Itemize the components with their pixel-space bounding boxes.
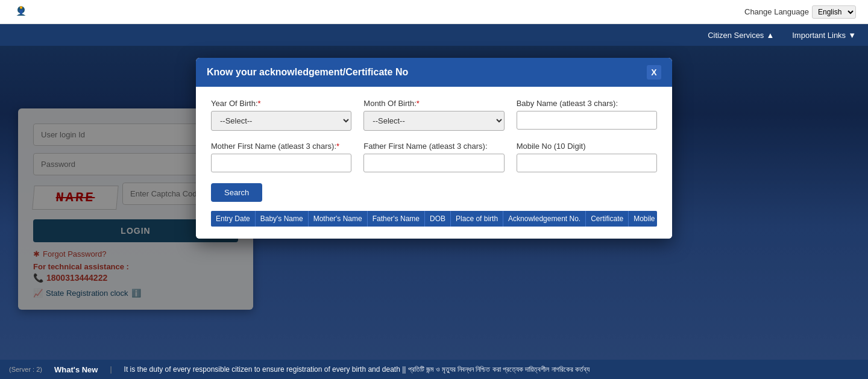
year-of-birth-group: Year Of Birth:* --Select-- (211, 99, 351, 131)
change-language-label: Change Language (744, 7, 809, 16)
navigation-bar: Citizen Services ▲ Important Links ▼ (0, 24, 868, 46)
search-button[interactable]: Search (211, 183, 262, 202)
mobile-no-input[interactable] (517, 154, 657, 172)
modal-overlay: Know your acknowledgement/Certificate No… (0, 46, 868, 360)
baby-name-label: Baby Name (atleast 3 chars): (517, 99, 657, 108)
chevron-down-icon: ▲ (766, 31, 774, 40)
th-acknowledgement: Acknowledgement No. (503, 211, 586, 227)
th-certificate: Certificate (586, 211, 629, 227)
result-table-header: Entry Date Baby's Name Mother's Name Fat… (211, 211, 657, 227)
language-select[interactable]: English Bengali Hindi (812, 5, 856, 19)
th-dob: DOB (425, 211, 451, 227)
month-of-birth-group: Month Of Birth:* --Select-- (363, 99, 504, 131)
year-of-birth-select[interactable]: --Select-- (211, 111, 351, 131)
father-name-input[interactable] (363, 154, 504, 172)
bottom-bar: (Server : 2) What's New | It is the duty… (0, 360, 868, 379)
server-tag: (Server : 2) (9, 366, 42, 373)
header-right: Change Language English Bengali Hindi (744, 5, 856, 19)
th-father-name: Father's Name (368, 211, 425, 227)
modal-dialog: Know your acknowledgement/Certificate No… (196, 58, 672, 239)
father-name-label: Father First Name (atleast 3 chars): (363, 142, 504, 151)
baby-name-group: Baby Name (atleast 3 chars): (517, 99, 657, 131)
modal-body: Year Of Birth:* --Select-- Month Of Birt… (196, 87, 672, 239)
svg-point-1 (20, 6, 23, 9)
marquee-text: It is the duty of every responsible citi… (124, 365, 859, 374)
mobile-no-group: Mobile No (10 Digit) (517, 142, 657, 172)
th-entry-date: Entry Date (211, 211, 256, 227)
language-selector[interactable]: Change Language English Bengali Hindi (744, 5, 856, 19)
mother-name-input[interactable] (211, 154, 351, 172)
chevron-down-icon-2: ▼ (848, 31, 856, 40)
logo (12, 3, 30, 21)
th-place-of-birth: Place of birth (451, 211, 503, 227)
year-of-birth-label: Year Of Birth:* (211, 99, 351, 108)
mother-name-group: Mother First Name (atleast 3 chars):* (211, 142, 351, 172)
month-of-birth-label: Month Of Birth:* (363, 99, 504, 108)
mobile-no-label: Mobile No (10 Digit) (517, 142, 657, 151)
th-mobile: Mobile (629, 211, 657, 227)
form-row-1: Year Of Birth:* --Select-- Month Of Birt… (211, 99, 657, 131)
father-name-group: Father First Name (atleast 3 chars): (363, 142, 504, 172)
modal-header: Know your acknowledgement/Certificate No… (196, 58, 672, 87)
top-header: Change Language English Bengali Hindi (0, 0, 868, 24)
whats-new-label: What's New (54, 365, 98, 374)
important-links-nav[interactable]: Important Links ▼ (792, 31, 856, 40)
citizen-services-nav[interactable]: Citizen Services ▲ (708, 31, 774, 40)
baby-name-input[interactable] (517, 111, 657, 130)
form-row-2: Mother First Name (atleast 3 chars):* Fa… (211, 142, 657, 172)
month-of-birth-select[interactable]: --Select-- (363, 111, 504, 131)
modal-title: Know your acknowledgement/Certificate No (207, 67, 408, 78)
modal-close-button[interactable]: X (647, 65, 661, 80)
th-mother-name: Mother's Name (309, 211, 368, 227)
gov-logo-icon (12, 3, 30, 21)
th-baby-name: Baby's Name (256, 211, 309, 227)
mother-name-label: Mother First Name (atleast 3 chars):* (211, 142, 351, 151)
bottom-divider: | (110, 365, 112, 374)
